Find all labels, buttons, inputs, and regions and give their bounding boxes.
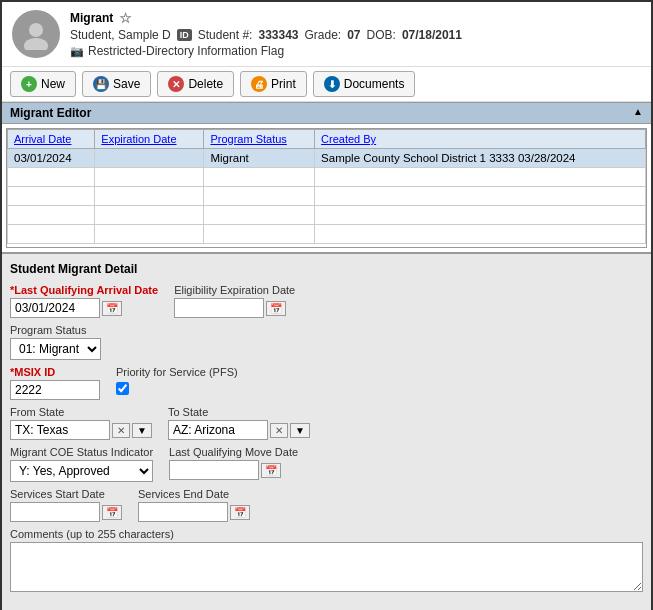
services-start-wrap: 📅	[10, 502, 122, 522]
table-row-empty-1	[8, 168, 646, 187]
arrival-date-label: *Last Qualifying Arrival Date	[10, 284, 158, 296]
documents-button[interactable]: ⬇ Documents	[313, 71, 416, 97]
program-status-select[interactable]: 01: Migrant 02: Other	[10, 338, 101, 360]
form-group-eligibility-exp: Eligibility Expiration Date 📅	[174, 284, 295, 318]
arrival-date-input[interactable]	[10, 298, 100, 318]
form-group-msix-id: *MSIX ID	[10, 366, 100, 400]
eligibility-exp-wrap: 📅	[174, 298, 295, 318]
table-header-row: Arrival Date Expiration Date Program Sta…	[8, 130, 646, 149]
form-row-4: From State ✕ ▼ To State ✕ ▼	[10, 406, 643, 440]
new-label: New	[41, 77, 65, 91]
new-button[interactable]: + New	[10, 71, 76, 97]
header: Migrant ☆ Student, Sample D ID Student #…	[2, 2, 651, 67]
form-group-last-qualifying-move: Last Qualifying Move Date 📅	[169, 446, 298, 482]
migrant-editor-table-wrapper: Arrival Date Expiration Date Program Sta…	[6, 128, 647, 248]
form-group-comments: Comments (up to 255 characters)	[10, 528, 643, 592]
arrival-date-wrap: 📅	[10, 298, 158, 318]
to-state-clear-btn[interactable]: ✕	[270, 423, 288, 438]
delete-label: Delete	[188, 77, 223, 91]
student-name: Student, Sample D	[70, 28, 171, 42]
coe-status-select[interactable]: Y: Yes, Approved N: No P: Pending	[10, 460, 153, 482]
restricted-flag-text: Restricted-Directory Information Flag	[88, 44, 284, 58]
migrant-editor-table: Arrival Date Expiration Date Program Sta…	[7, 129, 646, 244]
cell-created-by: Sample County School District 1 3333 03/…	[315, 149, 646, 168]
services-start-input[interactable]	[10, 502, 100, 522]
svg-point-0	[29, 23, 43, 37]
last-qualifying-move-cal-btn[interactable]: 📅	[261, 463, 281, 478]
form-group-program-status: Program Status 01: Migrant 02: Other	[10, 324, 101, 360]
msix-id-input[interactable]	[10, 380, 100, 400]
student-migrant-detail-header: Student Migrant Detail	[10, 262, 643, 276]
table-row-empty-4	[8, 225, 646, 244]
header-title: Migrant ☆	[70, 10, 641, 26]
save-button[interactable]: 💾 Save	[82, 71, 151, 97]
form-row-1: *Last Qualifying Arrival Date 📅 Eligibil…	[10, 284, 643, 318]
last-qualifying-move-wrap: 📅	[169, 460, 298, 480]
documents-icon: ⬇	[324, 76, 340, 92]
eligibility-exp-input[interactable]	[174, 298, 264, 318]
detail-section-title: Student Migrant Detail	[10, 262, 137, 276]
from-state-input[interactable]	[10, 420, 110, 440]
table-row-empty-3	[8, 206, 646, 225]
student-migrant-detail-section: Student Migrant Detail *Last Qualifying …	[2, 252, 651, 606]
avatar	[12, 10, 60, 58]
col-created-by[interactable]: Created By	[315, 130, 646, 149]
migrant-editor-section: Migrant Editor ▲ Arrival Date Expiration…	[2, 102, 651, 248]
col-arrival-date[interactable]: Arrival Date	[8, 130, 95, 149]
form-group-pfs: Priority for Service (PFS)	[116, 366, 238, 400]
eligibility-exp-cal-btn[interactable]: 📅	[266, 301, 286, 316]
to-state-label: To State	[168, 406, 310, 418]
student-id: 333343	[258, 28, 298, 42]
page-title: Migrant	[70, 11, 113, 25]
services-start-cal-btn[interactable]: 📅	[102, 505, 122, 520]
pfs-checkbox-wrap	[116, 382, 238, 395]
arrival-date-cal-btn[interactable]: 📅	[102, 301, 122, 316]
restricted-flag: 📷 Restricted-Directory Information Flag	[70, 44, 641, 58]
header-info: Migrant ☆ Student, Sample D ID Student #…	[70, 10, 641, 58]
cell-program-status: Migrant	[204, 149, 315, 168]
form-group-coe-status: Migrant COE Status Indicator Y: Yes, App…	[10, 446, 153, 482]
print-label: Print	[271, 77, 296, 91]
form-row-3: *MSIX ID Priority for Service (PFS)	[10, 366, 643, 400]
main-window: Migrant ☆ Student, Sample D ID Student #…	[0, 0, 653, 610]
form-group-arrival-date: *Last Qualifying Arrival Date 📅	[10, 284, 158, 318]
dob-label: DOB:	[367, 28, 396, 42]
col-expiration-date[interactable]: Expiration Date	[95, 130, 204, 149]
from-state-wrap: ✕ ▼	[10, 420, 152, 440]
last-qualifying-move-input[interactable]	[169, 460, 259, 480]
comments-textarea[interactable]	[10, 542, 643, 592]
pfs-checkbox[interactable]	[116, 382, 129, 395]
services-end-wrap: 📅	[138, 502, 250, 522]
migrant-editor-title: Migrant Editor	[10, 106, 91, 120]
services-end-label: Services End Date	[138, 488, 250, 500]
migrant-editor-header: Migrant Editor ▲	[2, 102, 651, 124]
delete-button[interactable]: ✕ Delete	[157, 71, 234, 97]
student-id-label: Student #:	[198, 28, 253, 42]
to-state-input[interactable]	[168, 420, 268, 440]
program-status-label: Program Status	[10, 324, 101, 336]
comments-label: Comments (up to 255 characters)	[10, 528, 643, 540]
save-icon: 💾	[93, 76, 109, 92]
cell-arrival-date: 03/01/2024	[8, 149, 95, 168]
from-state-clear-btn[interactable]: ✕	[112, 423, 130, 438]
services-end-input[interactable]	[138, 502, 228, 522]
grade-label: Grade:	[305, 28, 342, 42]
services-end-cal-btn[interactable]: 📅	[230, 505, 250, 520]
msix-id-label: *MSIX ID	[10, 366, 100, 378]
form-row-7: Comments (up to 255 characters)	[10, 528, 643, 592]
to-state-dropdown-btn[interactable]: ▼	[290, 423, 310, 438]
services-start-label: Services Start Date	[10, 488, 122, 500]
delete-icon: ✕	[168, 76, 184, 92]
print-button[interactable]: 🖨 Print	[240, 71, 307, 97]
scroll-up-icon: ▲	[633, 106, 643, 117]
id-badge-icon: ID	[177, 29, 192, 41]
form-row-5: Migrant COE Status Indicator Y: Yes, App…	[10, 446, 643, 482]
col-program-status[interactable]: Program Status	[204, 130, 315, 149]
table-row[interactable]: 03/01/2024 Migrant Sample County School …	[8, 149, 646, 168]
grade: 07	[347, 28, 360, 42]
favorite-icon[interactable]: ☆	[119, 10, 132, 26]
form-group-from-state: From State ✕ ▼	[10, 406, 152, 440]
from-state-dropdown-btn[interactable]: ▼	[132, 423, 152, 438]
svg-point-1	[24, 38, 48, 50]
from-state-label: From State	[10, 406, 152, 418]
